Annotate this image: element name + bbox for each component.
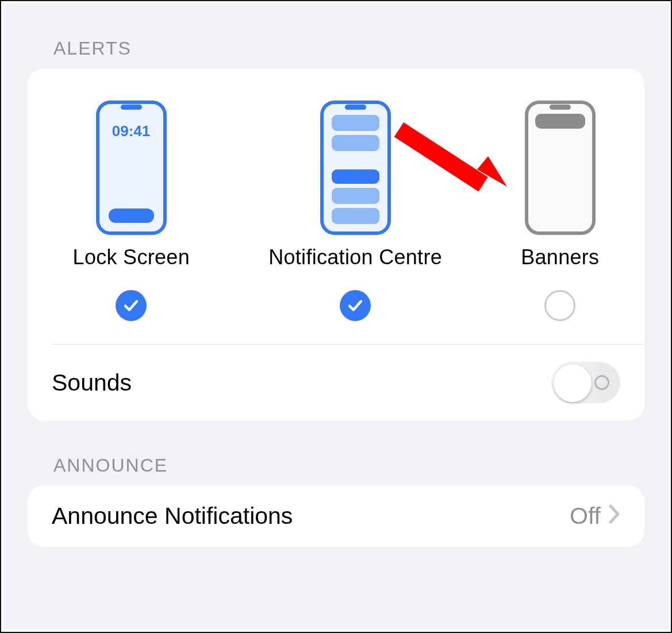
- value-announce-notifications: Off: [570, 503, 601, 530]
- announce-card: Announce Notifications Off: [28, 485, 644, 547]
- toggle-off-indicator-icon: [594, 375, 609, 390]
- svg-rect-15: [535, 114, 585, 129]
- alert-label-banners: Banners: [521, 245, 599, 269]
- svg-rect-12: [332, 208, 379, 224]
- svg-rect-10: [332, 169, 379, 184]
- banners-icon: [525, 101, 596, 235]
- section-header-alerts: ALERTS: [28, 3, 644, 68]
- row-announce-notifications[interactable]: Announce Notifications Off: [28, 485, 644, 547]
- checkmark-notification-centre[interactable]: [340, 290, 371, 321]
- alert-option-lock-screen[interactable]: 09:41 Lock Screen: [73, 101, 190, 321]
- section-header-announce: ANNOUNCE: [28, 420, 644, 485]
- checkmark-banners[interactable]: [544, 290, 575, 321]
- svg-rect-3: [121, 105, 142, 110]
- alert-label-lock-screen: Lock Screen: [73, 245, 190, 269]
- svg-rect-11: [332, 188, 379, 204]
- label-announce-notifications: Announce Notifications: [52, 503, 293, 530]
- lock-screen-icon: 09:41: [96, 101, 167, 235]
- svg-rect-9: [332, 135, 379, 151]
- chevron-right-icon: [609, 503, 620, 529]
- svg-rect-8: [332, 115, 379, 131]
- svg-text:09:41: 09:41: [112, 122, 151, 140]
- check-icon: [347, 297, 364, 314]
- toggle-knob: [554, 364, 592, 402]
- check-icon: [122, 297, 140, 314]
- alert-option-banners[interactable]: Banners: [521, 101, 599, 321]
- label-sounds: Sounds: [52, 369, 132, 396]
- checkmark-lock-screen[interactable]: [116, 290, 147, 321]
- alert-label-notification-centre: Notification Centre: [268, 245, 442, 269]
- alert-option-notification-centre[interactable]: Notification Centre: [268, 101, 442, 321]
- toggle-sounds[interactable]: [551, 362, 620, 403]
- svg-rect-14: [550, 105, 571, 110]
- svg-rect-5: [109, 209, 154, 223]
- row-sounds[interactable]: Sounds: [28, 345, 644, 420]
- alerts-card: 09:41 Lock Screen: [28, 68, 644, 420]
- notification-centre-icon: [320, 101, 391, 235]
- svg-marker-0: [477, 156, 507, 187]
- svg-rect-7: [345, 105, 366, 110]
